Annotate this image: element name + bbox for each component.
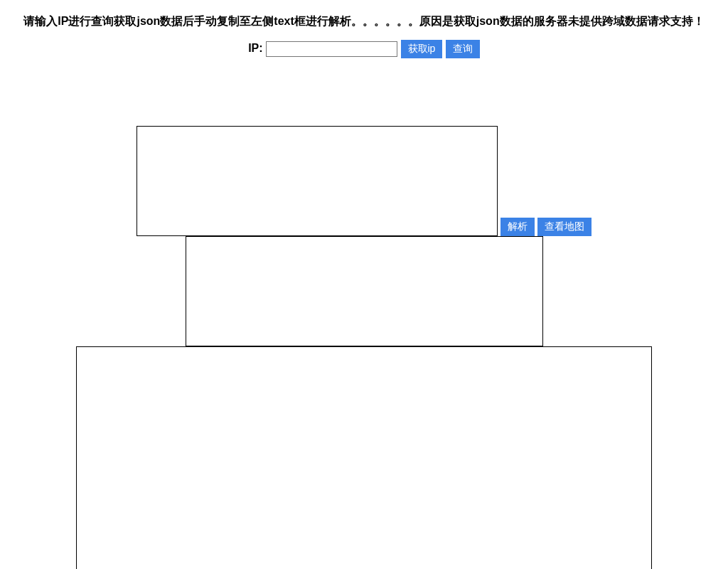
result-textarea[interactable] (186, 236, 543, 346)
json-input-textarea[interactable] (136, 126, 498, 236)
get-ip-button[interactable]: 获取ip (401, 40, 443, 58)
middle-area: 解析 查看地图 (0, 126, 728, 569)
instruction-text: 请输入IP进行查询获取json数据后手动复制至左侧text框进行解析。。。。。。… (0, 0, 728, 36)
query-button[interactable]: 查询 (446, 40, 480, 58)
ip-label: IP: (248, 42, 262, 54)
map-container (76, 346, 652, 569)
ip-input[interactable] (266, 41, 397, 57)
parse-button[interactable]: 解析 (500, 218, 535, 236)
view-map-button[interactable]: 查看地图 (537, 218, 592, 236)
ip-query-row: IP: 获取ip 查询 (0, 36, 728, 69)
